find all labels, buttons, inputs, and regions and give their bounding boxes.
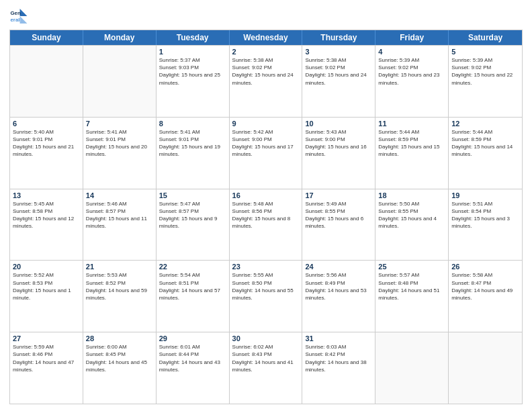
day-number: 4 bbox=[378, 48, 445, 56]
day-info: Sunrise: 5:48 AM Sunset: 8:56 PM Dayligh… bbox=[232, 200, 300, 230]
calendar-day-30: 30Sunrise: 6:02 AM Sunset: 8:43 PM Dayli… bbox=[230, 332, 303, 404]
calendar-day-29: 29Sunrise: 6:01 AM Sunset: 8:44 PM Dayli… bbox=[157, 332, 230, 404]
day-info: Sunrise: 5:49 AM Sunset: 8:55 PM Dayligh… bbox=[305, 200, 372, 230]
day-info: Sunrise: 5:56 AM Sunset: 8:49 PM Dayligh… bbox=[305, 271, 372, 302]
calendar-header-saturday: Saturday bbox=[449, 30, 522, 45]
calendar-day-18: 18Sunrise: 5:50 AM Sunset: 8:55 PM Dayli… bbox=[375, 189, 449, 261]
calendar-day-3: 3Sunrise: 5:38 AM Sunset: 9:02 PM Daylig… bbox=[302, 46, 375, 117]
day-number: 2 bbox=[232, 48, 300, 56]
day-number: 26 bbox=[451, 263, 519, 271]
calendar-week-5: 27Sunrise: 5:59 AM Sunset: 8:46 PM Dayli… bbox=[10, 332, 522, 404]
calendar-day-31: 31Sunrise: 6:03 AM Sunset: 8:42 PM Dayli… bbox=[302, 332, 375, 404]
calendar-header-wednesday: Wednesday bbox=[230, 30, 303, 45]
day-info: Sunrise: 5:42 AM Sunset: 9:00 PM Dayligh… bbox=[232, 128, 300, 158]
day-number: 19 bbox=[451, 191, 519, 199]
day-info: Sunrise: 5:41 AM Sunset: 9:01 PM Dayligh… bbox=[86, 128, 153, 158]
calendar-empty-cell bbox=[449, 332, 522, 404]
day-number: 17 bbox=[305, 191, 372, 199]
day-number: 8 bbox=[159, 120, 226, 128]
calendar-header-tuesday: Tuesday bbox=[157, 30, 230, 45]
day-number: 3 bbox=[305, 48, 372, 56]
day-info: Sunrise: 5:45 AM Sunset: 8:58 PM Dayligh… bbox=[13, 200, 80, 230]
day-info: Sunrise: 5:57 AM Sunset: 8:48 PM Dayligh… bbox=[378, 271, 445, 302]
day-number: 14 bbox=[86, 191, 153, 199]
calendar-empty-cell bbox=[10, 46, 83, 117]
day-number: 18 bbox=[378, 191, 445, 199]
day-info: Sunrise: 5:38 AM Sunset: 9:02 PM Dayligh… bbox=[232, 56, 300, 87]
day-number: 12 bbox=[451, 120, 519, 128]
day-number: 27 bbox=[13, 334, 80, 342]
calendar-day-24: 24Sunrise: 5:56 AM Sunset: 8:49 PM Dayli… bbox=[302, 261, 375, 332]
calendar-header: SundayMondayTuesdayWednesdayThursdayFrid… bbox=[10, 30, 522, 45]
day-info: Sunrise: 5:58 AM Sunset: 8:47 PM Dayligh… bbox=[451, 271, 519, 302]
calendar-day-4: 4Sunrise: 5:39 AM Sunset: 9:02 PM Daylig… bbox=[375, 46, 449, 117]
calendar-day-19: 19Sunrise: 5:51 AM Sunset: 8:54 PM Dayli… bbox=[449, 189, 522, 261]
day-number: 31 bbox=[305, 334, 372, 342]
calendar-day-2: 2Sunrise: 5:38 AM Sunset: 9:02 PM Daylig… bbox=[230, 46, 303, 117]
day-info: Sunrise: 6:00 AM Sunset: 8:45 PM Dayligh… bbox=[86, 343, 153, 373]
day-number: 9 bbox=[232, 120, 300, 128]
page: Gen eral SundayMondayTuesdayWednesdayThu… bbox=[0, 0, 532, 411]
calendar-header-friday: Friday bbox=[375, 30, 449, 45]
calendar-day-9: 9Sunrise: 5:42 AM Sunset: 9:00 PM Daylig… bbox=[230, 118, 303, 189]
calendar-day-11: 11Sunrise: 5:44 AM Sunset: 8:59 PM Dayli… bbox=[375, 118, 449, 189]
calendar-day-20: 20Sunrise: 5:52 AM Sunset: 8:53 PM Dayli… bbox=[10, 261, 83, 332]
calendar-header-thursday: Thursday bbox=[302, 30, 375, 45]
day-info: Sunrise: 6:02 AM Sunset: 8:43 PM Dayligh… bbox=[232, 343, 300, 373]
logo: Gen eral bbox=[9, 7, 31, 26]
calendar-day-6: 6Sunrise: 5:40 AM Sunset: 9:01 PM Daylig… bbox=[10, 118, 83, 189]
calendar-day-10: 10Sunrise: 5:43 AM Sunset: 9:00 PM Dayli… bbox=[302, 118, 375, 189]
calendar-day-12: 12Sunrise: 5:44 AM Sunset: 8:59 PM Dayli… bbox=[449, 118, 522, 189]
day-info: Sunrise: 5:43 AM Sunset: 9:00 PM Dayligh… bbox=[305, 128, 372, 158]
calendar-week-1: 1Sunrise: 5:37 AM Sunset: 9:03 PM Daylig… bbox=[10, 45, 522, 117]
calendar-day-23: 23Sunrise: 5:55 AM Sunset: 8:50 PM Dayli… bbox=[230, 261, 303, 332]
calendar-body: 1Sunrise: 5:37 AM Sunset: 9:03 PM Daylig… bbox=[10, 45, 522, 404]
calendar-week-2: 6Sunrise: 5:40 AM Sunset: 9:01 PM Daylig… bbox=[10, 117, 522, 189]
day-number: 21 bbox=[86, 263, 153, 271]
day-info: Sunrise: 5:40 AM Sunset: 9:01 PM Dayligh… bbox=[13, 128, 80, 158]
day-number: 25 bbox=[378, 263, 445, 271]
day-info: Sunrise: 5:52 AM Sunset: 8:53 PM Dayligh… bbox=[13, 271, 80, 302]
calendar-day-27: 27Sunrise: 5:59 AM Sunset: 8:46 PM Dayli… bbox=[10, 332, 83, 404]
calendar-header-monday: Monday bbox=[83, 30, 157, 45]
day-number: 20 bbox=[13, 263, 80, 271]
calendar-day-7: 7Sunrise: 5:41 AM Sunset: 9:01 PM Daylig… bbox=[83, 118, 157, 189]
logo-icon: Gen eral bbox=[9, 7, 28, 26]
day-info: Sunrise: 5:44 AM Sunset: 8:59 PM Dayligh… bbox=[451, 128, 519, 158]
calendar-week-4: 20Sunrise: 5:52 AM Sunset: 8:53 PM Dayli… bbox=[10, 260, 522, 332]
day-info: Sunrise: 5:59 AM Sunset: 8:46 PM Dayligh… bbox=[13, 343, 80, 373]
svg-text:Gen: Gen bbox=[11, 10, 21, 16]
calendar-day-21: 21Sunrise: 5:53 AM Sunset: 8:52 PM Dayli… bbox=[83, 261, 157, 332]
calendar-day-16: 16Sunrise: 5:48 AM Sunset: 8:56 PM Dayli… bbox=[230, 189, 303, 261]
day-info: Sunrise: 5:46 AM Sunset: 8:57 PM Dayligh… bbox=[86, 200, 153, 230]
day-number: 5 bbox=[451, 48, 519, 56]
day-info: Sunrise: 5:54 AM Sunset: 8:51 PM Dayligh… bbox=[159, 271, 226, 302]
day-number: 24 bbox=[305, 263, 372, 271]
day-number: 23 bbox=[232, 263, 300, 271]
day-number: 7 bbox=[86, 120, 153, 128]
calendar-empty-cell bbox=[375, 332, 449, 404]
day-number: 1 bbox=[159, 48, 226, 56]
day-number: 13 bbox=[13, 191, 80, 199]
day-info: Sunrise: 5:51 AM Sunset: 8:54 PM Dayligh… bbox=[451, 200, 519, 230]
day-info: Sunrise: 5:47 AM Sunset: 8:57 PM Dayligh… bbox=[159, 200, 226, 230]
calendar-day-14: 14Sunrise: 5:46 AM Sunset: 8:57 PM Dayli… bbox=[83, 189, 157, 261]
calendar-day-17: 17Sunrise: 5:49 AM Sunset: 8:55 PM Dayli… bbox=[302, 189, 375, 261]
day-number: 16 bbox=[232, 191, 300, 199]
calendar-day-15: 15Sunrise: 5:47 AM Sunset: 8:57 PM Dayli… bbox=[157, 189, 230, 261]
day-number: 28 bbox=[86, 334, 153, 342]
calendar-day-1: 1Sunrise: 5:37 AM Sunset: 9:03 PM Daylig… bbox=[157, 46, 230, 117]
day-info: Sunrise: 6:03 AM Sunset: 8:42 PM Dayligh… bbox=[305, 343, 372, 373]
day-info: Sunrise: 5:44 AM Sunset: 8:59 PM Dayligh… bbox=[378, 128, 445, 158]
calendar-day-25: 25Sunrise: 5:57 AM Sunset: 8:48 PM Dayli… bbox=[375, 261, 449, 332]
calendar-day-22: 22Sunrise: 5:54 AM Sunset: 8:51 PM Dayli… bbox=[157, 261, 230, 332]
calendar-day-8: 8Sunrise: 5:41 AM Sunset: 9:01 PM Daylig… bbox=[157, 118, 230, 189]
day-info: Sunrise: 6:01 AM Sunset: 8:44 PM Dayligh… bbox=[159, 343, 226, 373]
calendar-empty-cell bbox=[83, 46, 157, 117]
calendar-day-13: 13Sunrise: 5:45 AM Sunset: 8:58 PM Dayli… bbox=[10, 189, 83, 261]
day-number: 15 bbox=[159, 191, 226, 199]
calendar-header-sunday: Sunday bbox=[10, 30, 83, 45]
calendar: SundayMondayTuesdayWednesdayThursdayFrid… bbox=[9, 30, 523, 404]
header: Gen eral bbox=[9, 7, 523, 26]
day-number: 10 bbox=[305, 120, 372, 128]
